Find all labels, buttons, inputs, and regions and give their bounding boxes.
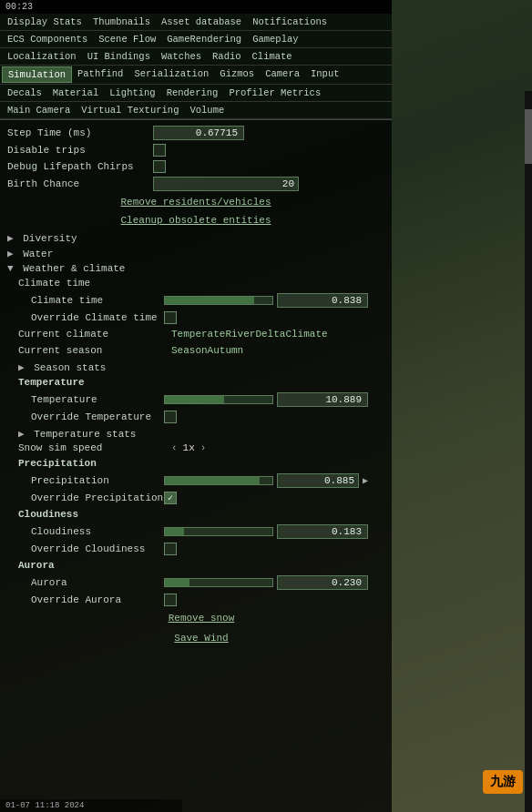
temperature-value: 10.889 xyxy=(277,392,368,407)
menu-radio[interactable]: Radio xyxy=(207,49,247,64)
current-climate-row: Current climate TemperateRiverDeltaClima… xyxy=(18,326,384,342)
menu-decals[interactable]: Decals xyxy=(2,86,47,100)
current-season-row: Current season SeasonAutumn xyxy=(18,342,384,359)
menu-material[interactable]: Material xyxy=(47,86,104,100)
weather-climate-header[interactable]: ▼ Weather & climate xyxy=(7,260,384,275)
menu-lighting[interactable]: Lighting xyxy=(104,86,160,100)
clock-display: 00:23 xyxy=(5,2,33,12)
debug-lifepath-checkbox[interactable] xyxy=(153,160,166,173)
precipitation-slider-track[interactable] xyxy=(164,476,273,485)
menu-profiler-metrics[interactable]: Profiler Metrics xyxy=(223,86,326,100)
menu-gamerendering[interactable]: GameRendering xyxy=(161,32,247,46)
time-bar: 00:23 xyxy=(0,0,392,14)
override-precipitation-checkbox[interactable]: ✓ xyxy=(164,492,177,504)
aurora-slider-container: 0.230 xyxy=(164,575,368,590)
birth-chance-row: Birth Chance xyxy=(7,175,384,193)
temperature-slider-track[interactable] xyxy=(164,395,273,404)
save-wind-button[interactable]: Save Wind xyxy=(18,631,384,645)
menu-gameplay[interactable]: Gameplay xyxy=(247,32,303,46)
step-time-value: 0.67715 xyxy=(153,126,244,140)
birth-chance-label: Birth Chance xyxy=(7,178,153,189)
menu-gizmos[interactable]: Gizmos xyxy=(214,66,260,83)
menu-thumbnails[interactable]: Thumbnails xyxy=(87,15,156,29)
scrollbar-thumb[interactable] xyxy=(525,109,532,164)
menu-rendering[interactable]: Rendering xyxy=(161,86,224,100)
precipitation-section-row: Precipitation xyxy=(18,455,384,472)
override-aurora-row: Override Aurora xyxy=(18,592,384,608)
menu-virtual-texturing[interactable]: Virtual Texturing xyxy=(76,103,184,117)
override-climate-row: Override Climate time xyxy=(18,310,384,326)
override-aurora-checkbox[interactable] xyxy=(164,594,177,606)
cloudiness-slider-fill xyxy=(165,528,184,535)
cloudiness-value: 0.183 xyxy=(277,524,368,539)
season-stats-header[interactable]: ▶ Season stats xyxy=(18,359,384,374)
override-cloudiness-label: Override Cloudiness xyxy=(18,543,164,554)
menu-scene-flow[interactable]: Scene Flow xyxy=(93,32,161,46)
debug-lifepath-label: Debug Lifepath Chirps xyxy=(7,161,153,172)
menu-simulation[interactable]: Simulation xyxy=(2,66,72,83)
scrollbar[interactable] xyxy=(525,91,532,812)
climate-time-slider-track[interactable] xyxy=(164,296,273,305)
cloudiness-row: Cloudiness 0.183 xyxy=(18,523,384,541)
override-temperature-row: Override Temperature xyxy=(18,409,384,425)
current-climate-label: Current climate xyxy=(18,329,164,340)
temperature-stats-header[interactable]: ▶ Temperature stats xyxy=(18,425,384,441)
diversity-header[interactable]: ▶ Diversity xyxy=(7,229,384,245)
menu-row-2: ECS Components Scene Flow GameRendering … xyxy=(0,31,392,48)
disable-trips-checkbox[interactable] xyxy=(153,144,166,157)
cloudiness-slider-container: 0.183 xyxy=(164,524,368,539)
precipitation-arrow-right[interactable]: ▶ xyxy=(363,475,368,486)
date-text: 01-07 11:18 2024 xyxy=(5,801,84,810)
cloudiness-slider-track[interactable] xyxy=(164,527,273,536)
disable-trips-label: Disable trips xyxy=(7,145,153,156)
step-time-label: Step Time (ms) xyxy=(7,127,153,138)
aurora-section-label: Aurora xyxy=(18,560,55,571)
menu-display-stats[interactable]: Display Stats xyxy=(2,15,87,29)
menu-notifications[interactable]: Notifications xyxy=(247,15,332,29)
weather-arrow: ▼ xyxy=(7,263,14,274)
watermark-text: 九游 xyxy=(490,774,516,788)
bottom-date: 01-07 11:18 2024 xyxy=(0,799,182,812)
climate-time-section-label: Climate time xyxy=(18,278,164,289)
override-cloudiness-checkbox[interactable] xyxy=(164,543,177,555)
remove-snow-button[interactable]: Remove snow xyxy=(18,611,384,625)
current-climate-value: TemperateRiverDeltaClimate xyxy=(171,329,328,340)
diversity-label: Diversity xyxy=(23,233,77,244)
menu-ui-bindings[interactable]: UI Bindings xyxy=(82,49,156,64)
cleanup-entities-button[interactable]: Cleanup obsolete entities xyxy=(7,213,384,228)
precipitation-value: 0.885 xyxy=(277,473,359,488)
birth-chance-input[interactable] xyxy=(153,177,299,191)
override-temperature-checkbox[interactable] xyxy=(164,411,177,423)
menu-main-camera[interactable]: Main Camera xyxy=(2,103,76,117)
current-season-label: Current season xyxy=(18,345,164,356)
content-area: Step Time (ms) 0.67715 Disable trips Deb… xyxy=(0,120,392,812)
diversity-arrow: ▶ xyxy=(7,233,14,244)
season-stats-arrow: ▶ xyxy=(18,362,25,373)
aurora-slider-track[interactable] xyxy=(164,578,273,587)
menu-camera[interactable]: Camera xyxy=(260,66,305,83)
debug-lifepath-row: Debug Lifepath Chirps xyxy=(7,158,384,175)
menu-volume[interactable]: Volume xyxy=(184,103,230,117)
override-precipitation-row: Override Precipitation ✓ xyxy=(18,490,384,506)
menu-watches[interactable]: Watches xyxy=(156,49,207,64)
snow-speed-left-arrow[interactable]: ‹ xyxy=(171,442,178,453)
menu-pathfind[interactable]: Pathfind xyxy=(72,66,128,83)
menu-localization[interactable]: Localization xyxy=(2,49,82,64)
override-climate-label: Override Climate time xyxy=(18,312,164,323)
water-header[interactable]: ▶ Water xyxy=(7,245,384,260)
remove-residents-button[interactable]: Remove residents/vehicles xyxy=(7,195,384,209)
override-climate-checkbox[interactable] xyxy=(164,311,177,324)
override-precipitation-label: Override Precipitation xyxy=(18,492,164,503)
menu-serialization[interactable]: Serialization xyxy=(128,66,214,83)
snow-sim-speed-row: Snow sim speed ‹ 1x › xyxy=(18,441,384,455)
climate-time-label: Climate time xyxy=(18,295,164,306)
temperature-slider-fill xyxy=(165,396,224,403)
menu-row-5: Decals Material Lighting Rendering Profi… xyxy=(0,85,392,102)
aurora-row: Aurora 0.230 xyxy=(18,573,384,592)
menu-input[interactable]: Input xyxy=(305,66,345,83)
menu-asset-database[interactable]: Asset database xyxy=(156,15,247,29)
menu-climate[interactable]: Climate xyxy=(247,49,298,64)
menu-ecs-components[interactable]: ECS Components xyxy=(2,32,93,46)
aurora-value: 0.230 xyxy=(277,575,368,590)
snow-speed-right-arrow[interactable]: › xyxy=(200,442,207,453)
